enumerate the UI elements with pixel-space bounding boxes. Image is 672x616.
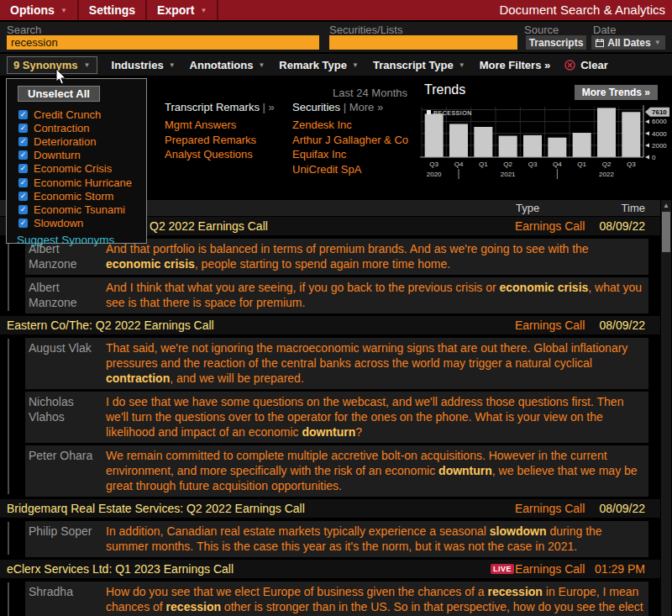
- remark-type-filter-label: Remark Type: [279, 59, 347, 71]
- clear-filters-button[interactable]: Clear: [564, 59, 608, 71]
- remark-segment: ?: [355, 425, 362, 439]
- result-group-header[interactable]: eClerx Services Ltd: Q1 2023 Earnings Ca…: [0, 560, 660, 578]
- suggest-synonyms-link[interactable]: Suggest Synonyms: [7, 230, 146, 246]
- result-group-header[interactable]: Eastern Co/The: Q2 2022 Earnings CallEar…: [0, 316, 660, 334]
- keyword-highlight: economic crisis: [106, 257, 195, 271]
- checkbox-checked-icon[interactable]: ✓: [18, 137, 28, 146]
- date-button-label: All Dates: [607, 37, 650, 49]
- synonym-option[interactable]: ✓Economic Hurricane: [7, 176, 146, 189]
- security-link[interactable]: UniCredit SpA: [292, 162, 408, 177]
- checkbox-checked-icon[interactable]: ✓: [18, 205, 28, 214]
- remark-type-filter[interactable]: Remark Type ▼: [279, 59, 359, 71]
- more-filters-label: More Filters »: [480, 59, 551, 71]
- checkbox-checked-icon[interactable]: ✓: [18, 178, 28, 187]
- export-menu-label: Export: [157, 3, 194, 17]
- more-trends-button[interactable]: More Trends »: [575, 85, 658, 100]
- options-menu-label: Options: [10, 3, 55, 17]
- trend-bar: [573, 133, 591, 157]
- keyword-highlight: recession: [488, 585, 543, 598]
- svg-text:7610: 7610: [652, 108, 667, 116]
- result-group-title[interactable]: Bridgemarq Real Estate Services: Q2 2022…: [7, 502, 305, 515]
- securities-title[interactable]: Securities | More »: [292, 101, 408, 113]
- source-button-label: Transcripts: [529, 37, 584, 49]
- trend-bar: [425, 113, 444, 157]
- svg-text:2022: 2022: [599, 171, 614, 178]
- svg-text:4000: 4000: [652, 130, 667, 138]
- result-group-title[interactable]: Q2 2022 Earnings Call: [150, 219, 268, 233]
- remark-segment: , and we will be prepared.: [170, 371, 304, 385]
- checkbox-checked-icon[interactable]: ✓: [18, 218, 28, 228]
- more-filters-link[interactable]: More Filters »: [480, 59, 551, 71]
- svg-text:Q4: Q4: [553, 161, 562, 168]
- security-link[interactable]: Arthur J Gallagher & Co: [292, 133, 408, 148]
- remark-segment: And that portfolio is balanced in terms …: [106, 242, 589, 255]
- scrollbar-thumb[interactable]: [662, 212, 670, 252]
- checkbox-checked-icon[interactable]: ✓: [18, 164, 28, 173]
- remark-row[interactable]: Peter OharaWe remain committed to comple…: [25, 445, 648, 497]
- export-menu-button[interactable]: Export ▼: [147, 0, 218, 20]
- options-menu-button[interactable]: Options ▼: [0, 0, 79, 20]
- synonym-option[interactable]: ✓Economic Storm: [7, 189, 146, 203]
- security-link[interactable]: Equifax Inc: [292, 147, 408, 162]
- synonym-option[interactable]: ✓Slowdown: [7, 217, 146, 230]
- synonyms-filter-button[interactable]: 9 Synonyms ▼: [7, 56, 97, 74]
- chevron-down-icon: ▼: [352, 61, 359, 69]
- result-group-header[interactable]: Bridgemarq Real Estate Services: Q2 2022…: [0, 499, 660, 518]
- remark-type-link[interactable]: Analyst Questions: [165, 147, 275, 162]
- synonym-option[interactable]: ✓Economic Tsunami: [7, 203, 146, 216]
- checkbox-checked-icon[interactable]: ✓: [18, 192, 28, 201]
- checkbox-checked-icon[interactable]: ✓: [18, 110, 28, 119]
- settings-menu-button[interactable]: Settings: [79, 0, 147, 20]
- synonym-option[interactable]: ✓Deterioration: [7, 134, 146, 148]
- result-group-title[interactable]: Eastern Co/The: Q2 2022 Earnings Call: [7, 319, 214, 332]
- synonym-option[interactable]: ✓Downturn: [7, 149, 146, 162]
- source-button[interactable]: Transcripts: [526, 35, 586, 50]
- svg-text:Q4: Q4: [454, 161, 464, 168]
- trend-bar: [597, 108, 616, 157]
- synonym-option[interactable]: ✓Credit Crunch: [7, 108, 146, 121]
- type-column-header[interactable]: Type: [516, 202, 539, 214]
- chevron-down-icon: ▼: [459, 61, 465, 69]
- results-scrollbar[interactable]: ▲: [661, 200, 671, 616]
- trends-bar-chart: 0200040006000RECESSION7610Q32020Q4Q1Q220…: [417, 102, 670, 192]
- result-type: Earnings Call: [515, 219, 585, 233]
- checkbox-checked-icon[interactable]: ✓: [18, 124, 28, 133]
- synonym-option[interactable]: ✓Economic Crisis: [7, 162, 146, 176]
- result-rows-block: ShradhaHow do you see that we elect Euro…: [25, 582, 648, 616]
- remark-row[interactable]: Albert ManzoneAnd I think that what you …: [25, 277, 648, 313]
- transcript-remarks-title[interactable]: Transcript Remarks | »: [165, 101, 275, 113]
- remark-text: And I think that what you are seeing, if…: [106, 280, 643, 310]
- keyword-highlight: economic crisis: [499, 281, 588, 294]
- remark-row[interactable]: August VlakThat said, we're not ignoring…: [25, 338, 648, 389]
- annotations-filter[interactable]: Annotations ▼: [190, 59, 265, 71]
- remark-type-link[interactable]: Prepared Remarks: [165, 133, 275, 148]
- svg-text:2020: 2020: [427, 171, 442, 178]
- remark-row[interactable]: Philip SoperIn addition, Canadian real e…: [25, 521, 648, 557]
- synonym-label: Economic Storm: [34, 190, 113, 203]
- synonym-option[interactable]: ✓Contraction: [7, 121, 146, 134]
- remark-segment: , people starting to spend again more ti…: [195, 257, 450, 271]
- remark-row[interactable]: ShradhaHow do you see that we elect Euro…: [25, 582, 648, 616]
- search-input[interactable]: [7, 35, 319, 50]
- date-button[interactable]: All Dates ▼: [591, 35, 665, 50]
- result-type: Earnings Call: [515, 319, 585, 332]
- remark-row[interactable]: Nicholas VlahosI do see that we have som…: [25, 392, 648, 443]
- securities-input[interactable]: [329, 35, 517, 50]
- speaker-name: Peter Ohara: [29, 448, 106, 493]
- remark-type-link[interactable]: Mgmt Answers: [165, 118, 275, 133]
- checkbox-checked-icon[interactable]: ✓: [18, 150, 28, 160]
- result-group-title[interactable]: eClerx Services Ltd: Q1 2023 Earnings Ca…: [7, 562, 234, 576]
- transcript-type-filter[interactable]: Transcript Type ▼: [373, 59, 465, 71]
- unselect-all-button[interactable]: Unselect All: [18, 86, 100, 102]
- search-panel: Search Securities/Lists Source Date Tran…: [0, 22, 672, 52]
- keyword-highlight: slowdown: [490, 524, 547, 538]
- legend-label: RECESSION: [433, 110, 472, 116]
- more-chevron-link[interactable]: | »: [263, 101, 275, 113]
- industries-filter[interactable]: Industries ▼: [112, 59, 176, 71]
- remark-segment: That said, we're not ignoring the macroe…: [106, 341, 627, 370]
- svg-text:2021: 2021: [501, 171, 516, 178]
- time-column-header[interactable]: Time: [622, 202, 645, 214]
- securities-more-link[interactable]: | More »: [344, 101, 383, 113]
- scrollbar-up-icon[interactable]: ▲: [661, 200, 671, 211]
- security-link[interactable]: Zendesk Inc: [292, 118, 408, 133]
